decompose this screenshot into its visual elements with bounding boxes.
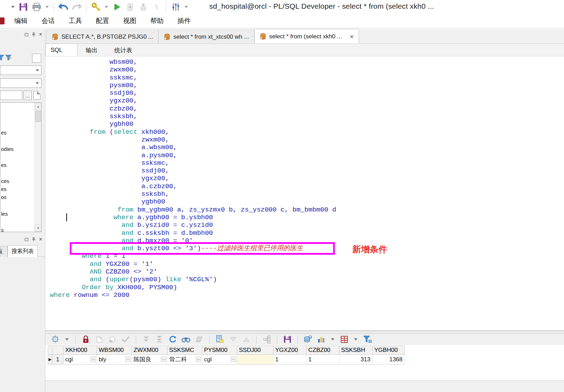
code-line[interactable]: wbsm00, bbox=[50, 58, 336, 66]
grid-header-wbsm00[interactable]: WBSM00 bbox=[97, 346, 132, 355]
grid-cell-czbz00[interactable]: 1 bbox=[307, 355, 339, 364]
browser-search-input[interactable] bbox=[0, 91, 22, 100]
single-record-view-button[interactable] bbox=[215, 335, 224, 344]
code-line[interactable]: where a.ygbh00 = b.ysbh00 bbox=[50, 214, 336, 221]
grid-mode-dropdown[interactable] bbox=[64, 335, 70, 344]
browse-more-button[interactable]: … bbox=[23, 91, 32, 100]
tab-template-partial[interactable]: 板 bbox=[0, 246, 8, 257]
code-line[interactable]: and YGXZ00 = '1' bbox=[50, 260, 336, 268]
grid-cell-wbsm00[interactable]: bly… bbox=[97, 355, 132, 364]
document-tab-2[interactable]: select * from xt_xtcs00 wh ... bbox=[158, 30, 254, 44]
document-tab-3[interactable]: select * from (select xkh0 ...× bbox=[254, 29, 359, 44]
grid-cell-pysm00[interactable]: cgl… bbox=[202, 355, 237, 364]
subtab-统计表[interactable]: 统计表 bbox=[106, 44, 141, 56]
browser-item[interactable]: es bbox=[1, 130, 7, 136]
preferences-button[interactable] bbox=[169, 1, 182, 13]
code-line[interactable]: a.czbz00, bbox=[50, 183, 336, 190]
browser-item[interactable]: les bbox=[1, 211, 8, 217]
scroll-down-button[interactable]: ▼ bbox=[35, 224, 42, 232]
save-results-button[interactable] bbox=[283, 335, 292, 344]
save-button[interactable] bbox=[17, 1, 30, 13]
cell-ellipsis-button[interactable]: … bbox=[231, 356, 236, 362]
restore-panel-icon[interactable] bbox=[25, 238, 28, 241]
code-line[interactable]: a.wbsm00, bbox=[50, 144, 336, 151]
close-tab-icon[interactable]: × bbox=[349, 34, 354, 39]
redo-button[interactable] bbox=[70, 1, 83, 13]
cell-ellipsis-button[interactable]: … bbox=[161, 356, 166, 362]
grid-header-ssdj00[interactable]: SSDJ00 bbox=[237, 346, 273, 355]
code-line[interactable]: from (select xkh000, bbox=[50, 128, 336, 136]
undo-button[interactable] bbox=[57, 1, 70, 13]
overflow-dropdown[interactable] bbox=[9, 1, 17, 13]
browser-filter-combo[interactable] bbox=[0, 78, 42, 88]
code-line[interactable]: and c.ssksbh = d.bmbh00 bbox=[50, 229, 336, 237]
code-line[interactable]: ygxz00, bbox=[50, 97, 336, 105]
pin-icon[interactable] bbox=[31, 32, 36, 37]
cell-ellipsis-button[interactable]: … bbox=[196, 356, 201, 362]
menu-item[interactable]: 视图 bbox=[116, 14, 143, 28]
code-line[interactable]: from bm_ygbm00 a, zs_yszmx0 b, zs_ysz000… bbox=[50, 206, 336, 214]
linked-query-button[interactable] bbox=[262, 335, 271, 344]
browser-item[interactable]: es bbox=[1, 162, 7, 168]
menu-item[interactable]: 工具 bbox=[62, 14, 89, 28]
clear-button[interactable] bbox=[195, 335, 204, 344]
close-panel-icon[interactable]: × bbox=[39, 32, 42, 37]
code-line[interactable]: AND CZBZ00 <> '2' bbox=[50, 268, 336, 276]
browser-folder-button[interactable] bbox=[32, 54, 41, 63]
grid-cell-ssksmc[interactable]: 骨二科… bbox=[167, 355, 202, 364]
scrollbar-thumb[interactable] bbox=[35, 111, 41, 122]
scroll-up-button[interactable]: ▲ bbox=[35, 103, 42, 110]
break-button[interactable] bbox=[150, 1, 163, 13]
subtab-输出[interactable]: 输出 bbox=[77, 44, 106, 56]
grid-cell-ygxz00[interactable]: 1 bbox=[273, 355, 307, 364]
grid-header-ssksmc[interactable]: SSKSMC bbox=[167, 346, 202, 355]
code-line[interactable]: Order by XKH000, PYSM00) bbox=[50, 284, 336, 291]
subtab-sql[interactable]: SQL bbox=[45, 44, 77, 56]
code-line[interactable]: zwxm00, bbox=[50, 66, 336, 74]
code-line[interactable]: ssdj00, bbox=[50, 167, 336, 175]
filter-icon[interactable] bbox=[0, 54, 4, 61]
code-line[interactable]: and (upper(pysm00) like '%CGL%') bbox=[50, 276, 336, 283]
close-panel-icon[interactable]: × bbox=[39, 237, 42, 241]
code-line[interactable]: pysm00, bbox=[50, 82, 336, 89]
sql-editor[interactable]: wbsm00, zwxm00, ssksmc, pysm00, ssdj00, … bbox=[45, 56, 564, 330]
menu-item[interactable]: 编辑 bbox=[7, 14, 35, 28]
fetch-all-button[interactable] bbox=[155, 335, 164, 344]
code-line[interactable]: ssksmc, bbox=[50, 159, 336, 167]
export-grid-dropdown[interactable] bbox=[353, 335, 359, 344]
grid-cell-zwxm00[interactable]: 陈国良… bbox=[132, 355, 167, 364]
cell-ellipsis-button[interactable]: … bbox=[90, 356, 96, 362]
tab-search-list[interactable]: 搜索列表 bbox=[8, 245, 38, 257]
browser-item[interactable]: es bbox=[1, 186, 7, 192]
code-line[interactable]: ygxz00, bbox=[50, 175, 336, 182]
grid-header-zwxm00[interactable]: ZWXM00 bbox=[132, 346, 167, 355]
restore-panel-icon[interactable] bbox=[25, 33, 28, 36]
browser-item[interactable]: odies bbox=[1, 146, 14, 152]
code-line[interactable]: and d.bmxz00 = '0' bbox=[50, 237, 336, 245]
grid-header-pysm00[interactable]: PYSM00 bbox=[202, 346, 237, 355]
grid-header-czbz00[interactable]: CZBZ00 bbox=[307, 346, 339, 355]
editor-results-splitter[interactable] bbox=[45, 330, 564, 334]
grid-mode-button[interactable] bbox=[51, 335, 60, 344]
cell-ellipsis-button[interactable]: … bbox=[125, 356, 131, 362]
export-grid-button[interactable] bbox=[340, 335, 349, 344]
browser-item[interactable]: os bbox=[1, 194, 7, 200]
menu-item[interactable]: 配置 bbox=[89, 14, 116, 28]
filter-results-button[interactable] bbox=[363, 335, 372, 344]
code-line[interactable]: ygbh00 bbox=[50, 198, 336, 206]
session-dropdown[interactable] bbox=[103, 1, 110, 13]
code-line[interactable]: zwxm00, bbox=[50, 136, 336, 144]
code-line[interactable]: ssdj00, bbox=[50, 89, 336, 97]
insert-record-button[interactable] bbox=[95, 335, 104, 344]
grid-cell-ssdj00[interactable] bbox=[237, 355, 273, 364]
grid-header-ygbh00[interactable]: YGBH00 bbox=[373, 346, 405, 355]
browser-scrollbar[interactable]: ▲ ▼ bbox=[35, 103, 41, 232]
execute-button[interactable] bbox=[110, 1, 123, 13]
connection-combo[interactable] bbox=[0, 66, 42, 75]
filter-edit-icon[interactable] bbox=[5, 54, 12, 61]
code-line[interactable]: where rownum <= 2000 bbox=[50, 291, 336, 299]
code-line[interactable]: a.pysm00, bbox=[50, 152, 336, 159]
preferences-dropdown[interactable] bbox=[182, 1, 190, 13]
lock-record-button[interactable] bbox=[81, 335, 90, 344]
grid-cell-ssksbh[interactable]: 313 bbox=[339, 355, 373, 364]
